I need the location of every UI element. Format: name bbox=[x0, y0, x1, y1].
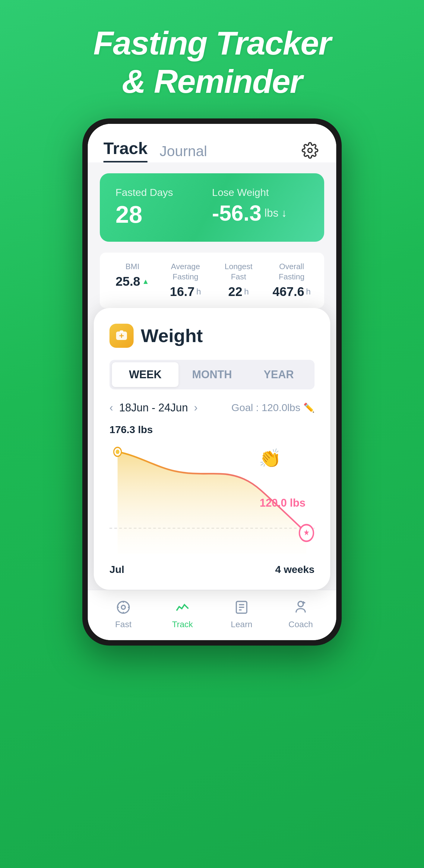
longest-fast-stat: LongestFast 22 h bbox=[212, 261, 265, 299]
weight-card-header: Weight bbox=[110, 324, 314, 348]
svg-point-20 bbox=[298, 601, 303, 607]
fasted-days-stat: Fasted Days 28 bbox=[116, 187, 212, 228]
weight-arrow-icon: ↓ bbox=[281, 207, 287, 219]
svg-point-0 bbox=[308, 148, 312, 153]
nav-label-learn: Learn bbox=[231, 620, 252, 629]
prev-date-button[interactable]: ‹ bbox=[110, 401, 113, 414]
headline-line2: & Reminder bbox=[93, 62, 331, 101]
nav-label-coach: Coach bbox=[289, 620, 313, 629]
date-navigation: ‹ 18Jun - 24Jun › Goal : 120.0lbs ✏️ bbox=[110, 401, 314, 414]
phone-screen: Track Journal Fasted Days 28 Lose We bbox=[88, 124, 336, 640]
fasted-days-label: Fasted Days bbox=[116, 187, 212, 198]
app-headline: Fasting Tracker & Reminder bbox=[93, 24, 331, 100]
tab-month[interactable]: MONTH bbox=[179, 362, 245, 387]
tab-row: Track Journal bbox=[103, 138, 207, 162]
bmi-stat: BMI 25.8 ▲ bbox=[106, 261, 159, 299]
svg-point-7 bbox=[116, 450, 120, 454]
chart-footer: Jul 4 weeks bbox=[110, 564, 314, 575]
weight-icon bbox=[110, 324, 133, 348]
track-icon bbox=[173, 597, 192, 617]
date-range-text: 18Jun - 24Jun bbox=[119, 401, 188, 414]
top-navigation: Track Journal bbox=[88, 124, 336, 162]
tab-track[interactable]: Track bbox=[103, 138, 148, 162]
avg-fasting-stat: AverageFasting 16.7 h bbox=[159, 261, 212, 299]
headline-line1: Fasting Tracker bbox=[93, 24, 331, 62]
goal-value-label: 120.0 lbs bbox=[260, 497, 305, 509]
fast-icon bbox=[113, 597, 133, 617]
stats-card: Fasted Days 28 Lose Weight -56.3 lbs ↓ bbox=[100, 173, 324, 242]
applause-emoji: 👏 bbox=[259, 447, 281, 469]
learn-icon bbox=[232, 597, 251, 617]
weight-card-title: Weight bbox=[141, 325, 203, 346]
nav-item-fast[interactable]: Fast bbox=[94, 597, 153, 629]
nav-label-track: Track bbox=[172, 620, 193, 629]
tab-year[interactable]: YEAR bbox=[245, 362, 312, 387]
weight-card: Weight WEEK MONTH YEAR ‹ 18Jun - 24Jun › bbox=[94, 308, 330, 590]
bottom-navigation: Fast Track bbox=[88, 590, 336, 640]
nav-item-track[interactable]: Track bbox=[153, 597, 212, 629]
nav-label-fast: Fast bbox=[115, 620, 131, 629]
chart-y-label: 176.3 lbs bbox=[110, 424, 314, 435]
chart-start-label: Jul bbox=[110, 564, 124, 575]
svg-point-11 bbox=[122, 605, 125, 609]
bmi-indicator: ▲ bbox=[142, 277, 149, 286]
svg-text:★: ★ bbox=[303, 528, 309, 537]
svg-rect-2 bbox=[120, 330, 123, 333]
coach-icon bbox=[291, 597, 311, 617]
edit-goal-icon[interactable]: ✏️ bbox=[303, 402, 314, 413]
goal-display: Goal : 120.0lbs ✏️ bbox=[231, 402, 314, 413]
next-date-button[interactable]: › bbox=[194, 401, 198, 414]
overall-fasting-stat: OverallFasting 467.6 h bbox=[265, 261, 318, 299]
lose-weight-stat: Lose Weight -56.3 lbs ↓ bbox=[212, 187, 308, 228]
svg-point-10 bbox=[118, 601, 129, 613]
tab-journal[interactable]: Journal bbox=[159, 143, 207, 162]
date-range-row: ‹ 18Jun - 24Jun › bbox=[110, 401, 198, 414]
settings-icon[interactable] bbox=[299, 140, 321, 161]
weight-chart: 176.3 lbs bbox=[110, 424, 314, 556]
mini-stats-row: BMI 25.8 ▲ AverageFasting 16.7 h Longest… bbox=[100, 253, 324, 308]
fasted-days-value: 28 bbox=[116, 201, 212, 228]
tab-week[interactable]: WEEK bbox=[112, 362, 179, 387]
nav-item-coach[interactable]: Coach bbox=[271, 597, 330, 629]
nav-item-learn[interactable]: Learn bbox=[212, 597, 271, 629]
chart-svg: ★ bbox=[110, 439, 314, 554]
app-screen: Track Journal Fasted Days 28 Lose We bbox=[88, 124, 336, 640]
period-tabs: WEEK MONTH YEAR bbox=[110, 360, 314, 390]
chart-end-label: 4 weeks bbox=[275, 564, 314, 575]
lose-weight-value: -56.3 lbs ↓ bbox=[212, 201, 308, 225]
phone-mockup: Track Journal Fasted Days 28 Lose We bbox=[82, 119, 342, 646]
lose-weight-label: Lose Weight bbox=[212, 187, 308, 198]
